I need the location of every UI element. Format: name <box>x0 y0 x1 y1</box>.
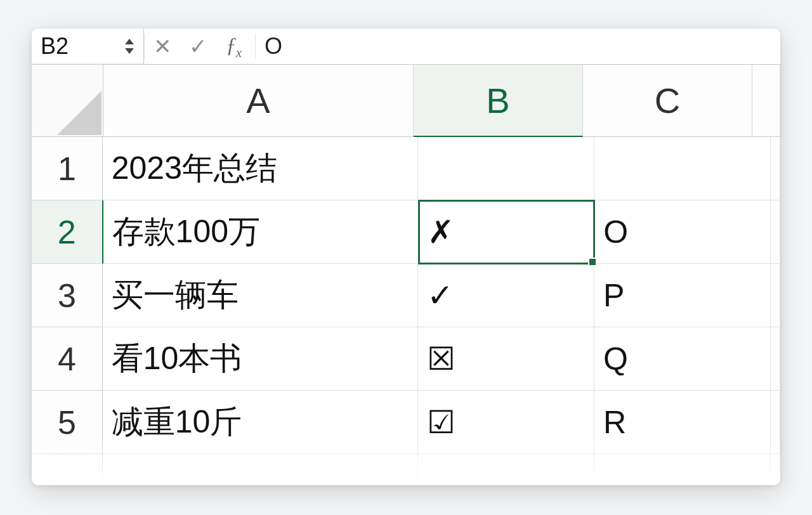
cell-B2[interactable]: ✗ <box>419 200 595 264</box>
cell-C3[interactable]: P <box>594 264 771 327</box>
name-box[interactable]: B2 <box>32 33 121 60</box>
cancel-button[interactable]: ✕ <box>144 34 180 59</box>
rows: 1 2023年总结 2 存款100万 ✗ O 3 买一辆车 ✓ P <box>32 137 780 485</box>
column-header-D[interactable] <box>752 65 780 137</box>
insert-function-button[interactable]: ƒx <box>216 32 251 60</box>
cell-C4[interactable]: Q <box>594 327 771 391</box>
cell-A4[interactable]: 看10本书 <box>103 327 418 391</box>
column-headers: A B C <box>32 65 780 137</box>
column-header-C[interactable]: C <box>583 65 752 137</box>
table-row: 2 存款100万 ✗ O <box>32 200 780 264</box>
row-header-6[interactable] <box>32 454 103 485</box>
cell-A2[interactable]: 存款100万 <box>103 200 419 264</box>
table-row <box>32 454 780 485</box>
cell-B3[interactable]: ✓ <box>418 264 594 327</box>
table-row: 5 减重10斤 ☑ R <box>32 391 780 454</box>
cell-A6[interactable] <box>103 454 418 485</box>
cancel-icon: ✕ <box>154 34 171 59</box>
cell-D3[interactable] <box>771 264 780 327</box>
name-box-stepper[interactable] <box>121 39 138 54</box>
grid: A B C 1 2023年总结 2 存款100万 ✗ O 3 买 <box>32 65 780 485</box>
table-row: 4 看10本书 ☒ Q <box>32 327 780 391</box>
cell-D4[interactable] <box>771 327 780 391</box>
cell-D1[interactable] <box>771 137 780 200</box>
svg-marker-2 <box>57 91 102 135</box>
cell-B1[interactable] <box>418 137 594 200</box>
row-header-3[interactable]: 3 <box>32 264 103 327</box>
cell-B5[interactable]: ☑ <box>418 391 594 454</box>
row-header-2[interactable]: 2 <box>32 200 103 264</box>
cell-D2[interactable] <box>771 200 780 264</box>
cell-B4[interactable]: ☒ <box>418 327 594 391</box>
column-header-A[interactable]: A <box>103 65 414 137</box>
cell-A1[interactable]: 2023年总结 <box>103 137 418 200</box>
name-box-container: B2 <box>32 29 144 65</box>
check-icon: ✓ <box>189 34 207 58</box>
cell-C6[interactable] <box>594 454 771 485</box>
select-all-corner[interactable] <box>32 65 103 137</box>
chevron-down-icon <box>125 48 134 54</box>
row-header-4[interactable]: 4 <box>32 327 103 391</box>
cell-D6[interactable] <box>771 454 780 485</box>
spreadsheet-window: B2 ✕ ✓ ƒx O A B C 1 <box>32 29 780 485</box>
svg-marker-0 <box>125 39 134 44</box>
cell-D5[interactable] <box>771 391 780 454</box>
row-header-5[interactable]: 5 <box>32 391 103 454</box>
cell-A3[interactable]: 买一辆车 <box>103 264 418 327</box>
table-row: 1 2023年总结 <box>32 137 780 200</box>
cell-B6[interactable] <box>418 454 594 485</box>
row-header-1[interactable]: 1 <box>32 137 103 200</box>
table-row: 3 买一辆车 ✓ P <box>32 264 780 327</box>
column-header-B[interactable]: B <box>414 65 583 137</box>
cell-C1[interactable] <box>594 137 771 200</box>
formula-bar: B2 ✕ ✓ ƒx O <box>32 29 780 65</box>
cell-A5[interactable]: 减重10斤 <box>103 391 418 454</box>
cell-C2[interactable]: O <box>594 200 771 264</box>
formula-input[interactable]: O <box>255 34 282 59</box>
chevron-up-icon <box>125 39 134 44</box>
svg-marker-1 <box>125 48 134 54</box>
enter-button[interactable]: ✓ <box>180 34 216 59</box>
cell-C5[interactable]: R <box>594 391 771 454</box>
fx-icon: ƒx <box>226 33 241 56</box>
